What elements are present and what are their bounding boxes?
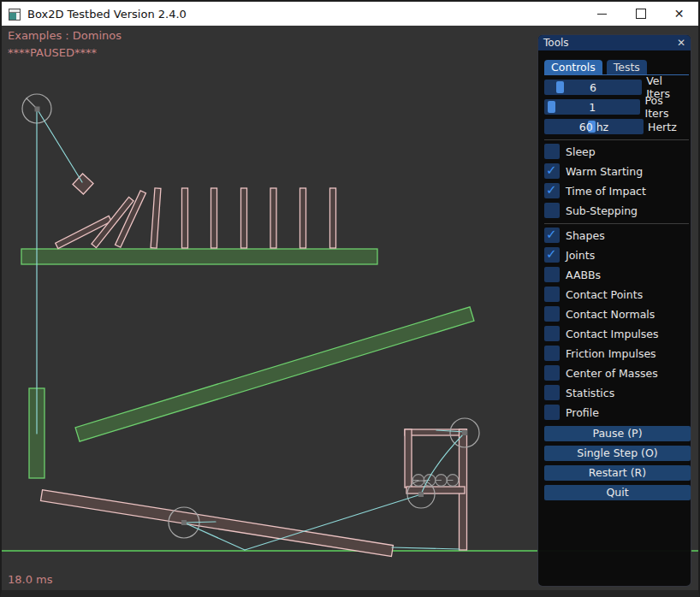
maximize-button[interactable] [621,2,660,26]
domino [211,188,217,248]
dominos [56,188,336,249]
pendulum-box [73,174,93,194]
action-buttons: Pause (P) Single Step (O) Restart (R) Qu… [544,426,689,500]
tools-panel-titlebar[interactable]: Tools ✕ [538,35,691,50]
checkbox-sub-stepping[interactable]: ✓ Sub-Stepping [544,203,689,218]
checkbox-contact-impulses[interactable]: ✓ Contact Impulses [544,326,689,341]
tools-panel: Tools ✕ Controls Tests 6 Vel Iters 1 [537,34,691,587]
cradle-shelf [406,487,465,494]
checkbox-label: Sleep [566,145,596,158]
tools-panel-close-button[interactable]: ✕ [677,38,685,48]
checkbox-box[interactable]: ✓ [544,247,560,263]
checkbox-box[interactable]: ✓ [544,203,560,218]
pos-iters-label: Pos Iters [644,94,689,120]
checkbox-label: Sub-Stepping [566,204,638,217]
minimize-icon [597,14,607,15]
checkbox-box[interactable]: ✓ [544,267,560,282]
pause-button[interactable]: Pause (P) [544,426,691,441]
tab-bar: Controls Tests [544,60,689,75]
close-button[interactable]: ✕ [660,2,698,26]
checkbox-sleep[interactable]: ✓ Sleep [544,144,689,159]
restart-button[interactable]: Restart (R) [544,465,691,481]
vel-iters-slider[interactable]: 6 [544,80,642,95]
checkbox-label: Center of Masses [566,367,658,380]
check-icon: ✓ [546,182,557,198]
checkbox-statistics[interactable]: ✓ Statistics [544,385,689,400]
checkbox-friction-impulses[interactable]: ✓ Friction Impulses [544,346,689,361]
checkbox-label: Contact Points [566,288,643,301]
checkbox-box[interactable]: ✓ [544,183,560,198]
checkbox-label: Statistics [566,387,614,399]
paused-label: ****PAUSED**** [8,46,97,59]
checkbox-label: Contact Normals [566,308,655,321]
check-icon: ✓ [546,246,557,262]
checkbox-box[interactable]: ✓ [544,306,560,322]
domino [300,188,306,248]
minimize-button[interactable] [583,2,621,26]
checkbox-joints[interactable]: ✓ Joints [544,247,689,263]
checkbox-label: Joints [566,249,595,262]
cradle-left-post [405,429,412,488]
angled-green-ramp [75,307,474,441]
checkbox-profile[interactable]: ✓ Profile [544,405,689,420]
separator [544,223,689,224]
checkbox-box[interactable]: ✓ [544,365,560,381]
cradle-frame [405,429,467,550]
check-icon: ✓ [546,227,557,242]
maximize-icon [636,9,646,19]
slider-row-vel-iters: 6 Vel Iters [544,80,689,95]
checkbox-box[interactable]: ✓ [544,326,560,341]
box2d-testbed-window: Box2D Testbed Version 2.4.0 ✕ [0,0,700,597]
domino [330,188,336,248]
domino [151,188,161,248]
close-icon: ✕ [674,7,685,21]
pos-iters-value: 1 [544,101,640,114]
checkbox-box[interactable]: ✓ [544,385,560,400]
tab-controls[interactable]: Controls [544,60,602,74]
example-label: Examples : Dominos [8,29,122,42]
window-title: Box2D Testbed Version 2.4.0 [27,8,187,21]
slider-row-hertz: 60 hz Hertz [544,119,689,134]
checkbox-box[interactable]: ✓ [544,346,560,361]
checkbox-label: Warm Starting [566,165,643,178]
checkbox-aabbs[interactable]: ✓ AABBs [544,267,689,282]
checkbox-box[interactable]: ✓ [544,163,560,179]
checkbox-label: Friction Impulses [566,347,656,360]
checkbox-warm-starting[interactable]: ✓ Warm Starting [544,163,689,179]
checkbox-box[interactable]: ✓ [544,405,560,420]
checkbox-center-of-masses[interactable]: ✓ Center of Masses [544,365,689,381]
hertz-slider[interactable]: 60 hz [544,119,644,134]
seesaw-plank [41,490,394,557]
slider-row-pos-iters: 1 Pos Iters [544,99,689,115]
checkbox-time-of-impact[interactable]: ✓ Time of Impact [544,183,689,198]
checkbox-box[interactable]: ✓ [544,228,560,243]
checkbox-label: AABBs [566,269,601,281]
tools-panel-title: Tools [543,37,677,49]
tab-tests[interactable]: Tests [607,60,647,74]
domino-platform [21,249,377,264]
vel-iters-value: 6 [544,81,642,94]
separator [544,139,689,140]
checkbox-contact-points[interactable]: ✓ Contact Points [544,287,689,302]
checkbox-label: Time of Impact [566,185,646,198]
window-titlebar[interactable]: Box2D Testbed Version 2.4.0 ✕ [0,0,700,26]
check-icon: ✓ [546,163,557,178]
pos-iters-slider[interactable]: 1 [544,99,640,115]
app-icon [9,9,21,21]
joint-anchors [35,107,468,526]
checkbox-label: Shapes [566,229,605,242]
checkbox-box[interactable]: ✓ [544,287,560,302]
frame-time-label: 18.0 ms [8,573,53,586]
single-step-button[interactable]: Single Step (O) [544,446,691,461]
checkbox-shapes[interactable]: ✓ Shapes [544,228,689,243]
domino [270,188,276,248]
quit-button[interactable]: Quit [544,485,691,500]
checkbox-label: Profile [566,406,599,419]
checkbox-box[interactable]: ✓ [544,144,560,159]
hertz-label: Hertz [648,121,677,133]
domino [182,188,188,248]
checkbox-label: Contact Impulses [566,328,659,340]
checkbox-contact-normals[interactable]: ✓ Contact Normals [544,306,689,322]
domino [241,188,247,248]
cradle-top-bar [405,429,466,435]
